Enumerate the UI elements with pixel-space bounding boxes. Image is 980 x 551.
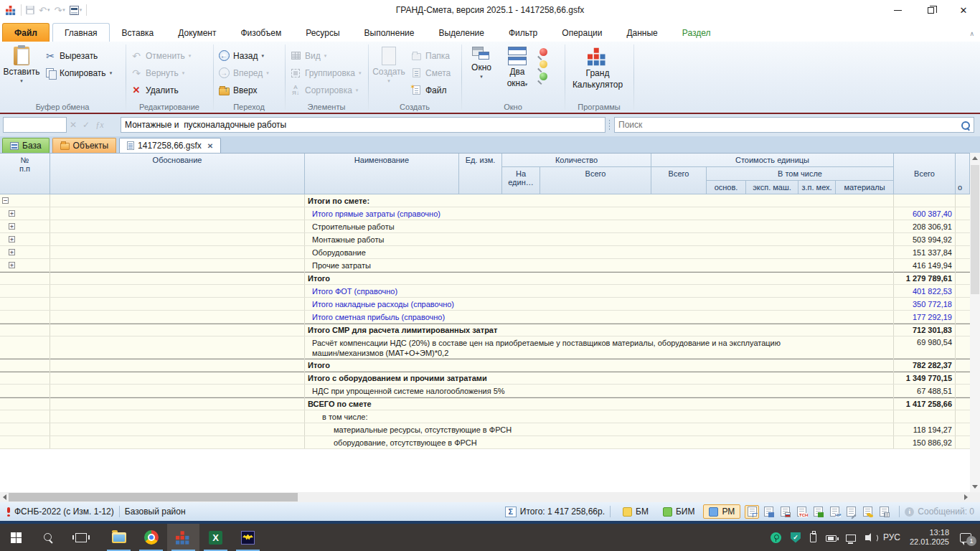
yellow-pin-button[interactable] xyxy=(540,60,547,68)
column-header-quantity[interactable]: Количество xyxy=(502,154,651,167)
table-row[interactable]: −Итоги по смете: xyxy=(0,194,970,207)
search-input[interactable] xyxy=(615,120,961,130)
ribbon-tab-8[interactable]: Фильтр xyxy=(496,23,550,42)
ruler-icon[interactable] xyxy=(877,505,891,519)
minimize-button[interactable] xyxy=(881,0,914,20)
restore-button[interactable] xyxy=(914,0,947,20)
expand-icon[interactable]: + xyxy=(9,249,15,255)
close-tab-icon[interactable]: ✕ xyxy=(207,142,213,150)
horizontal-scroll-thumb[interactable] xyxy=(9,493,298,501)
up-button[interactable]: Вверх xyxy=(215,83,272,98)
redo-button-ribbon[interactable]: ↷Вернуть▾ xyxy=(128,65,194,80)
create-button[interactable]: Создать▾ xyxy=(370,44,407,84)
collapse-ribbon-icon[interactable]: ∧ xyxy=(969,30,974,37)
ribbon-tab-1[interactable]: Главная xyxy=(52,23,110,42)
cancel-entry-button[interactable]: ✕ xyxy=(70,120,77,130)
cell-name-box[interactable] xyxy=(3,117,67,133)
ribbon-tab-9[interactable]: Операции xyxy=(550,23,614,42)
table-row[interactable]: Итого с оборудованием и прочими затратам… xyxy=(0,372,970,385)
table-row[interactable]: +Монтажные работы503 994,92 xyxy=(0,233,970,246)
resources-icon[interactable] xyxy=(811,505,825,519)
network-icon[interactable] xyxy=(846,534,856,542)
table-row[interactable]: Расчёт компенсации НДС (20%) в составе ц… xyxy=(0,336,970,359)
horizontal-scrollbar[interactable] xyxy=(0,492,980,502)
expand-icon[interactable]: + xyxy=(9,262,15,268)
flag-ru-icon[interactable] xyxy=(778,505,792,519)
file-explorer-button[interactable] xyxy=(103,524,135,551)
column-header-grand-total[interactable]: Всего xyxy=(894,154,956,194)
regional-icon[interactable] xyxy=(761,505,776,519)
drag-handle[interactable] xyxy=(608,119,611,131)
table-row[interactable]: Итого ФОТ (справочно)401 822,53 xyxy=(0,285,970,298)
column-header-clipped[interactable]: о xyxy=(956,154,970,194)
undo-button-ribbon[interactable]: ↶Отменить▾ xyxy=(128,48,194,63)
table-row[interactable]: материальные ресурсы, отсутствующие в ФР… xyxy=(0,423,970,436)
column-header-num[interactable]: №п.п xyxy=(0,154,50,194)
view-button[interactable]: Вид▾ xyxy=(287,48,364,63)
ribbon-tab-7[interactable]: Выделение xyxy=(426,23,496,42)
column-header-unit-cost[interactable]: Стоимость единицы xyxy=(651,154,894,167)
scroll-up-button[interactable] xyxy=(970,153,980,164)
price-zone[interactable]: Базовый район xyxy=(125,507,186,517)
scroll-right-button[interactable] xyxy=(961,492,970,502)
column-header-mech-wage[interactable]: з.п. мех. xyxy=(798,181,836,194)
copy-button[interactable]: Копировать▾ xyxy=(42,65,115,80)
forward-button[interactable]: →Вперед▾ xyxy=(215,65,272,80)
mode-button-бм[interactable]: БМ xyxy=(617,504,654,519)
collapse-icon[interactable]: − xyxy=(2,197,9,204)
fps-report-button[interactable]: ▾ xyxy=(70,6,83,15)
delete-button[interactable]: ✕Удалить xyxy=(128,83,194,98)
undo-button[interactable]: ↶▾ xyxy=(39,5,50,16)
chrome-button[interactable] xyxy=(135,524,167,551)
column-header-unit[interactable]: Ед. изм. xyxy=(459,154,502,194)
table-row[interactable]: +Итого прямые затраты (справочно)600 387… xyxy=(0,207,970,220)
vertical-scrollbar[interactable] xyxy=(970,153,980,492)
grand-smeta-button[interactable] xyxy=(167,524,199,551)
grand-calculator-button[interactable]: Гранд Калькулятор xyxy=(567,44,628,90)
expand-icon[interactable]: + xyxy=(9,210,15,217)
table-row[interactable]: Итого накладные расходы (справочно)350 7… xyxy=(0,298,970,311)
grouping-button[interactable]: Группировка▾ xyxy=(287,65,364,80)
ribbon-tab-6[interactable]: Выполнение xyxy=(352,23,427,42)
table-row[interactable]: Итого СМР для расчета лимитированных зат… xyxy=(0,324,970,336)
table-row[interactable]: ВСЕГО по смете1 417 258,66 xyxy=(0,397,970,410)
key-tray-icon[interactable] xyxy=(771,532,781,543)
paste-button[interactable]: Вставить▾ xyxy=(1,44,42,84)
formula-input[interactable] xyxy=(121,117,606,133)
coins-icon[interactable] xyxy=(860,505,875,519)
clock[interactable]: 13:18 22.01.2025 xyxy=(910,528,949,547)
cut-button[interactable]: ✂Вырезать xyxy=(42,48,115,63)
taskbar-search-button[interactable] xyxy=(32,524,65,551)
ribbon-tab-11[interactable]: Раздел xyxy=(670,23,723,42)
battery-icon[interactable] xyxy=(826,535,837,542)
tsn-icon[interactable]: ТСН xyxy=(794,505,809,519)
column-header-including[interactable]: В том числе xyxy=(707,167,894,181)
column-header-machines[interactable]: эксп. маш. xyxy=(746,181,798,194)
green-pin-button[interactable] xyxy=(540,72,547,80)
search-icon[interactable] xyxy=(961,121,970,130)
start-button[interactable] xyxy=(0,524,32,551)
table-row[interactable]: Итого сметная прибыль (справочно)177 292… xyxy=(0,311,970,324)
column-header-basic[interactable]: основ. xyxy=(707,181,746,194)
task-view-button[interactable] xyxy=(65,524,97,551)
window-button[interactable]: Окно▾ xyxy=(463,44,499,80)
table-row[interactable]: Итого782 282,37 xyxy=(0,359,970,372)
excel-button[interactable]: X xyxy=(199,524,232,551)
document-tab-2[interactable]: 1417258,66.gsfx✕ xyxy=(119,138,221,153)
document-tab-0[interactable]: База xyxy=(2,138,50,153)
calc-view-icon[interactable] xyxy=(745,505,759,519)
back-button[interactable]: ←Назад▾ xyxy=(215,48,272,63)
create-file-button[interactable]: Файл xyxy=(407,83,453,98)
mode-button-бим[interactable]: БИМ xyxy=(657,504,701,519)
table-row[interactable]: НДС при упрощенной системе налогообложен… xyxy=(0,385,970,397)
sorting-button[interactable]: АЯ↓Сортировка▾ xyxy=(287,83,364,98)
column-header-per-unit[interactable]: На един… xyxy=(502,167,540,194)
usb-icon[interactable] xyxy=(810,533,816,542)
action-center-icon[interactable]: 1 xyxy=(960,533,971,542)
the-bat-button[interactable] xyxy=(232,524,264,551)
ribbon-tab-0[interactable]: Файл xyxy=(2,23,50,42)
red-pin-button[interactable] xyxy=(540,48,547,56)
column-header-justification[interactable]: Обоснование xyxy=(50,154,305,194)
create-estimate-button[interactable]: Смета xyxy=(407,65,453,80)
confirm-entry-button[interactable]: ✓ xyxy=(83,120,90,130)
